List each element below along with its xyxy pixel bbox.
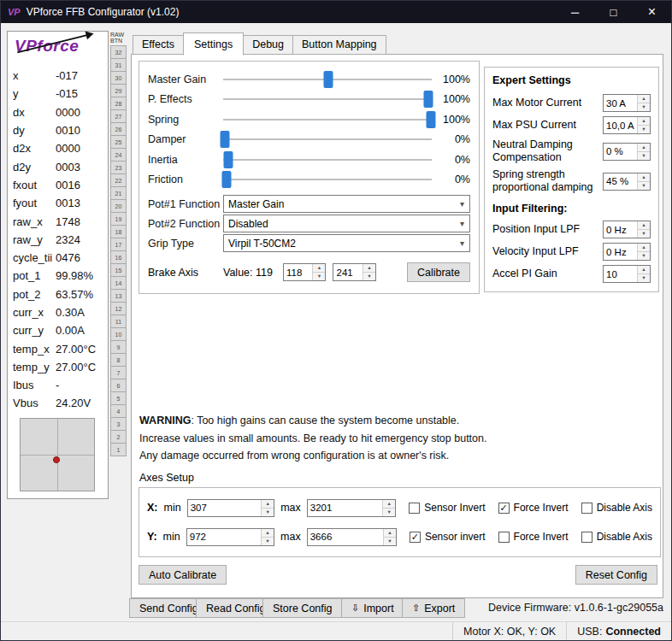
filter-spinbox[interactable]: 0 Hz ▲ ▼: [603, 243, 651, 261]
spin-arrows[interactable]: ▲ ▼: [637, 144, 650, 160]
slider-value: 100%: [438, 114, 470, 126]
spin-up-icon[interactable]: ▲: [313, 264, 325, 273]
axis-max-spinbox[interactable]: 3666 ▲ ▼: [307, 528, 397, 546]
dropdown[interactable]: Disabled ▾: [223, 215, 470, 232]
slider-thumb[interactable]: [221, 171, 231, 188]
slider-track[interactable]: [223, 131, 432, 148]
spin-down-icon[interactable]: ▼: [638, 230, 650, 238]
axis-row: X: min 307 ▲ ▼ max 3201: [147, 493, 652, 522]
spin-up-icon[interactable]: ▲: [638, 144, 650, 152]
checkbox-box[interactable]: [409, 503, 420, 514]
spin-up-icon[interactable]: ▲: [638, 244, 650, 252]
tab[interactable]: Button Mapping: [292, 35, 386, 55]
export-button[interactable]: ⇧ Export: [402, 598, 465, 618]
spin-arrows[interactable]: ▲ ▼: [261, 500, 274, 516]
slider-label: Inertia: [148, 154, 223, 166]
telemetry-row: x -017: [13, 67, 103, 85]
telemetry-value: -: [56, 379, 59, 391]
slider-track[interactable]: [223, 71, 432, 88]
dropdown[interactable]: Virpil T-50CM2 ▾: [223, 234, 470, 252]
auto-calibrate-button[interactable]: Auto Calibrate: [139, 565, 227, 585]
spin-down-icon[interactable]: ▼: [638, 103, 650, 111]
checkbox-box[interactable]: [498, 532, 510, 543]
spin-up-icon[interactable]: ▲: [638, 221, 650, 230]
axis-min-spinbox[interactable]: 307 ▲ ▼: [187, 499, 275, 517]
tab-bar: Effects Settings Debug Button Mapping: [133, 33, 386, 55]
spin-down-icon[interactable]: ▼: [638, 126, 650, 133]
import-button[interactable]: ⇩ Import: [341, 598, 404, 618]
spin-down-icon[interactable]: ▼: [638, 252, 650, 260]
expert-spinbox[interactable]: 0 % ▲ ▼: [603, 143, 651, 161]
spin-down-icon[interactable]: ▼: [638, 274, 650, 282]
spin-arrows[interactable]: ▲ ▼: [637, 221, 650, 238]
spin-down-icon[interactable]: ▼: [313, 273, 325, 280]
spin-down-icon[interactable]: ▼: [638, 152, 650, 160]
store-config-button[interactable]: Store Config: [262, 598, 342, 618]
filter-spinbox[interactable]: 10 ▲ ▼: [603, 265, 651, 283]
minimize-button[interactable]: ─: [556, 1, 594, 23]
slider-track[interactable]: [223, 171, 432, 188]
tab[interactable]: Effects: [133, 35, 184, 55]
brake-max-spinbox[interactable]: 241 ▲ ▼: [333, 263, 375, 281]
spin-down-icon[interactable]: ▼: [638, 182, 650, 190]
checkbox-box[interactable]: [410, 532, 421, 543]
checkbox-box[interactable]: [581, 532, 592, 543]
reset-config-button[interactable]: Reset Config: [575, 565, 657, 585]
spin-arrows[interactable]: ▲ ▼: [312, 264, 325, 280]
brake-min-spinbox[interactable]: 118 ▲ ▼: [283, 263, 326, 281]
force-invert-checkbox[interactable]: Force Invert: [498, 502, 569, 514]
slider-track[interactable]: [223, 151, 432, 168]
spin-arrows[interactable]: ▲ ▼: [261, 529, 274, 545]
spin-up-icon[interactable]: ▲: [638, 95, 650, 103]
spin-down-icon[interactable]: ▼: [262, 509, 274, 516]
sensor-invert-checkbox[interactable]: Sensor Invert: [409, 502, 485, 514]
spin-arrows[interactable]: ▲ ▼: [637, 95, 650, 111]
slider-thumb[interactable]: [424, 91, 433, 108]
slider-thumb[interactable]: [221, 131, 230, 148]
spin-up-icon[interactable]: ▲: [638, 173, 650, 182]
spin-arrows[interactable]: ▲ ▼: [637, 117, 650, 133]
spin-down-icon[interactable]: ▼: [384, 538, 396, 545]
calibrate-button[interactable]: Calibrate: [407, 262, 470, 282]
spin-up-icon[interactable]: ▲: [638, 117, 650, 126]
disable-axis-checkbox[interactable]: Disable Axis: [581, 502, 652, 514]
spin-down-icon[interactable]: ▼: [262, 538, 274, 545]
force-invert-checkbox[interactable]: Force Invert: [498, 531, 569, 543]
spin-up-icon[interactable]: ▲: [383, 500, 395, 509]
spin-up-icon[interactable]: ▲: [363, 264, 375, 273]
expert-spin-value: 45 %: [604, 173, 637, 190]
axis-min-spinbox[interactable]: 972 ▲ ▼: [186, 528, 274, 546]
disable-axis-checkbox[interactable]: Disable Axis: [581, 531, 652, 543]
checkbox-label: Sensor Invert: [424, 502, 485, 514]
axis-max-spinbox[interactable]: 3201 ▲ ▼: [307, 499, 396, 517]
slider-thumb[interactable]: [224, 151, 233, 168]
filter-spinbox[interactable]: 0 Hz ▲ ▼: [603, 221, 651, 238]
slider-track[interactable]: [223, 91, 432, 108]
spin-up-icon[interactable]: ▲: [262, 500, 274, 509]
expert-spinbox[interactable]: 45 % ▲ ▼: [603, 173, 651, 191]
close-button[interactable]: ×: [633, 1, 671, 23]
tab[interactable]: Debug: [243, 35, 293, 55]
spin-arrows[interactable]: ▲ ▼: [383, 529, 396, 545]
spin-down-icon[interactable]: ▼: [383, 509, 395, 516]
expert-spinbox[interactable]: 10,0 A ▲ ▼: [603, 116, 651, 134]
spin-down-icon[interactable]: ▼: [363, 273, 375, 280]
checkbox-box[interactable]: [581, 503, 592, 514]
spin-arrows[interactable]: ▲ ▼: [637, 173, 650, 190]
maximize-button[interactable]: □: [594, 1, 633, 23]
dropdown[interactable]: Master Gain ▾: [223, 195, 470, 213]
tab[interactable]: Settings: [183, 32, 244, 56]
expert-spinbox[interactable]: 30 A ▲ ▼: [603, 94, 651, 112]
spin-up-icon[interactable]: ▲: [262, 529, 274, 538]
slider-track[interactable]: [223, 111, 432, 128]
checkbox-box[interactable]: [498, 503, 510, 514]
spin-up-icon[interactable]: ▲: [638, 266, 650, 274]
spin-arrows[interactable]: ▲ ▼: [637, 244, 650, 260]
spin-arrows[interactable]: ▲ ▼: [363, 264, 375, 280]
slider-thumb[interactable]: [426, 111, 435, 128]
sensor-invert-checkbox[interactable]: Sensor invert: [410, 531, 486, 543]
spin-arrows[interactable]: ▲ ▼: [637, 266, 650, 282]
spin-arrows[interactable]: ▲ ▼: [382, 500, 395, 516]
slider-thumb[interactable]: [324, 71, 333, 88]
spin-up-icon[interactable]: ▲: [384, 529, 396, 538]
